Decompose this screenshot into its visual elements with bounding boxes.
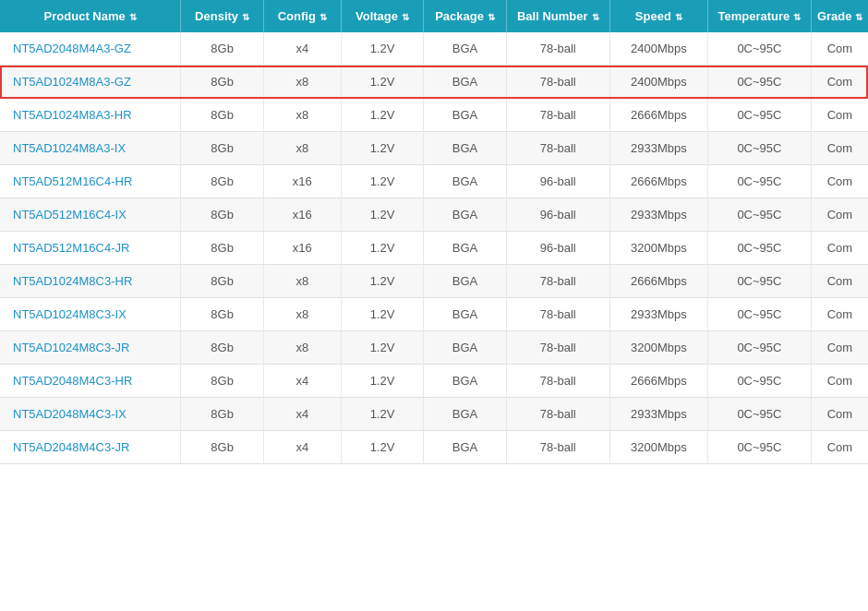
cell-config: x8 bbox=[263, 99, 341, 132]
cell-product[interactable]: NT5AD2048M4C3-IX bbox=[0, 398, 181, 431]
cell-package: BGA bbox=[424, 198, 507, 232]
cell-speed: 2666Mbps bbox=[609, 165, 707, 198]
table-row: NT5AD2048M4C3-HR8Gbx41.2VBGA78-ball2666M… bbox=[0, 365, 868, 398]
cell-grade: Com bbox=[811, 365, 868, 398]
cell-voltage: 1.2V bbox=[341, 232, 424, 265]
cell-package: BGA bbox=[424, 32, 507, 66]
table-row: NT5AD1024M8C3-IX8Gbx81.2VBGA78-ball2933M… bbox=[0, 298, 868, 331]
cell-product[interactable]: NT5AD2048M4C3-HR bbox=[0, 365, 181, 398]
cell-product[interactable]: NT5AD1024M8A3-IX bbox=[0, 132, 181, 165]
cell-package: BGA bbox=[424, 165, 507, 198]
column-label: Product Name bbox=[44, 9, 126, 23]
cell-grade: Com bbox=[811, 232, 868, 265]
cell-temperature: 0C~95C bbox=[707, 32, 811, 66]
cell-voltage: 1.2V bbox=[341, 265, 424, 298]
cell-ballNumber: 96-ball bbox=[506, 165, 609, 198]
cell-product[interactable]: NT5AD1024M8A3-GZ bbox=[0, 66, 181, 99]
table-row: NT5AD512M16C4-IX8Gbx161.2VBGA96-ball2933… bbox=[0, 198, 868, 232]
cell-product[interactable]: NT5AD1024M8C3-JR bbox=[0, 331, 181, 365]
cell-ballNumber: 78-ball bbox=[506, 298, 609, 331]
sort-icon: ⇅ bbox=[319, 12, 327, 22]
cell-grade: Com bbox=[811, 331, 868, 365]
column-label: Speed bbox=[635, 9, 671, 23]
column-header-temperature[interactable]: Temperature⇅ bbox=[707, 0, 811, 32]
cell-config: x16 bbox=[263, 165, 341, 198]
cell-speed: 2933Mbps bbox=[609, 198, 707, 232]
cell-density: 8Gb bbox=[181, 431, 264, 464]
cell-config: x8 bbox=[263, 132, 341, 165]
cell-speed: 2666Mbps bbox=[609, 265, 707, 298]
cell-density: 8Gb bbox=[181, 99, 264, 132]
column-label: Config bbox=[278, 9, 316, 23]
cell-ballNumber: 78-ball bbox=[506, 365, 609, 398]
cell-package: BGA bbox=[424, 232, 507, 265]
cell-package: BGA bbox=[424, 265, 507, 298]
cell-speed: 2666Mbps bbox=[609, 99, 707, 132]
cell-grade: Com bbox=[811, 198, 868, 232]
cell-temperature: 0C~95C bbox=[707, 298, 811, 331]
column-label: Ball Number bbox=[517, 9, 588, 23]
cell-temperature: 0C~95C bbox=[707, 232, 811, 265]
column-header-package[interactable]: Package⇅ bbox=[424, 0, 507, 32]
cell-grade: Com bbox=[811, 431, 868, 464]
cell-grade: Com bbox=[811, 265, 868, 298]
cell-voltage: 1.2V bbox=[341, 398, 424, 431]
cell-grade: Com bbox=[811, 32, 868, 66]
cell-product[interactable]: NT5AD512M16C4-JR bbox=[0, 232, 181, 265]
cell-voltage: 1.2V bbox=[341, 66, 424, 99]
cell-temperature: 0C~95C bbox=[707, 431, 811, 464]
cell-temperature: 0C~95C bbox=[707, 398, 811, 431]
cell-speed: 2933Mbps bbox=[609, 298, 707, 331]
column-header-speed[interactable]: Speed⇅ bbox=[609, 0, 707, 32]
table-row: NT5AD1024M8C3-HR8Gbx81.2VBGA78-ball2666M… bbox=[0, 265, 868, 298]
cell-ballNumber: 78-ball bbox=[506, 331, 609, 365]
cell-density: 8Gb bbox=[181, 331, 264, 365]
column-header-ballNumber[interactable]: Ball Number⇅ bbox=[506, 0, 609, 32]
cell-product[interactable]: NT5AD1024M8C3-HR bbox=[0, 265, 181, 298]
cell-voltage: 1.2V bbox=[341, 298, 424, 331]
cell-config: x8 bbox=[263, 66, 341, 99]
cell-temperature: 0C~95C bbox=[707, 331, 811, 365]
cell-package: BGA bbox=[424, 298, 507, 331]
sort-icon: ⇅ bbox=[242, 12, 249, 22]
cell-voltage: 1.2V bbox=[341, 198, 424, 232]
table-row: NT5AD2048M4C3-JR8Gbx41.2VBGA78-ball3200M… bbox=[0, 431, 868, 464]
column-header-grade[interactable]: Grade⇅ bbox=[811, 0, 868, 32]
column-label: Grade bbox=[817, 9, 852, 23]
sort-icon: ⇅ bbox=[129, 12, 137, 22]
cell-product[interactable]: NT5AD1024M8C3-IX bbox=[0, 298, 181, 331]
cell-product[interactable]: NT5AD512M16C4-IX bbox=[0, 198, 181, 232]
table-row: NT5AD2048M4A3-GZ8Gbx41.2VBGA78-ball2400M… bbox=[0, 32, 868, 66]
cell-grade: Com bbox=[811, 66, 868, 99]
column-header-density[interactable]: Density⇅ bbox=[181, 0, 264, 32]
cell-ballNumber: 78-ball bbox=[506, 99, 609, 132]
cell-ballNumber: 78-ball bbox=[506, 265, 609, 298]
cell-ballNumber: 78-ball bbox=[506, 66, 609, 99]
column-header-product[interactable]: Product Name⇅ bbox=[0, 0, 181, 32]
cell-product[interactable]: NT5AD2048M4C3-JR bbox=[0, 431, 181, 464]
table-header-row: Product Name⇅Density⇅Config⇅Voltage⇅Pack… bbox=[0, 0, 868, 32]
table-row: NT5AD1024M8A3-HR8Gbx81.2VBGA78-ball2666M… bbox=[0, 99, 868, 132]
product-table-wrapper: Product Name⇅Density⇅Config⇅Voltage⇅Pack… bbox=[0, 0, 868, 464]
column-header-config[interactable]: Config⇅ bbox=[263, 0, 341, 32]
cell-product[interactable]: NT5AD512M16C4-HR bbox=[0, 165, 181, 198]
cell-speed: 3200Mbps bbox=[609, 431, 707, 464]
cell-product[interactable]: NT5AD2048M4A3-GZ bbox=[0, 32, 181, 66]
cell-density: 8Gb bbox=[181, 298, 264, 331]
cell-voltage: 1.2V bbox=[341, 365, 424, 398]
table-row: NT5AD2048M4C3-IX8Gbx41.2VBGA78-ball2933M… bbox=[0, 398, 868, 431]
cell-package: BGA bbox=[424, 365, 507, 398]
cell-temperature: 0C~95C bbox=[707, 132, 811, 165]
cell-temperature: 0C~95C bbox=[707, 198, 811, 232]
cell-package: BGA bbox=[424, 431, 507, 464]
cell-voltage: 1.2V bbox=[341, 165, 424, 198]
table-body: NT5AD2048M4A3-GZ8Gbx41.2VBGA78-ball2400M… bbox=[0, 32, 868, 464]
cell-density: 8Gb bbox=[181, 365, 264, 398]
cell-density: 8Gb bbox=[181, 32, 264, 66]
cell-package: BGA bbox=[424, 66, 507, 99]
cell-density: 8Gb bbox=[181, 398, 264, 431]
cell-product[interactable]: NT5AD1024M8A3-HR bbox=[0, 99, 181, 132]
column-header-voltage[interactable]: Voltage⇅ bbox=[341, 0, 424, 32]
column-label: Voltage bbox=[356, 9, 398, 23]
cell-temperature: 0C~95C bbox=[707, 365, 811, 398]
